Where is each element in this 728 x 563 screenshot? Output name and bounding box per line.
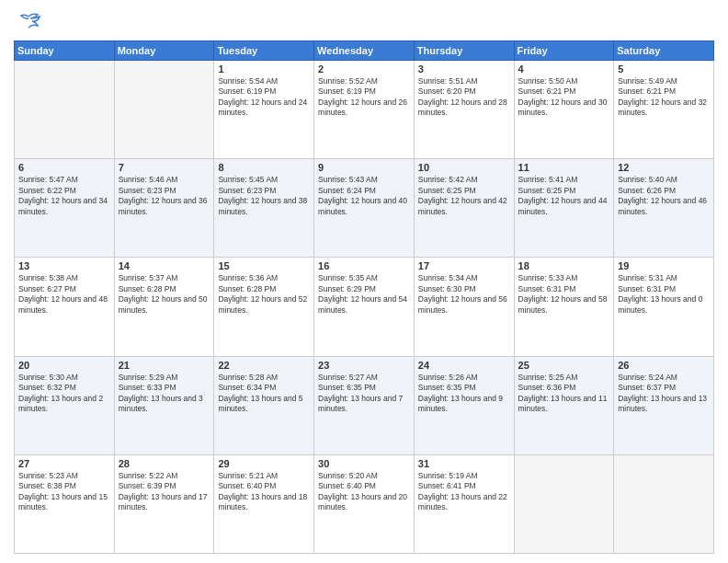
calendar-table: SundayMondayTuesdayWednesdayThursdayFrid… <box>14 40 714 554</box>
day-info: Sunrise: 5:33 AM Sunset: 6:31 PM Dayligh… <box>518 273 610 316</box>
day-info: Sunrise: 5:45 AM Sunset: 6:23 PM Dayligh… <box>218 175 310 217</box>
calendar-cell <box>15 61 115 159</box>
day-number: 22 <box>218 360 310 371</box>
calendar-cell: 12Sunrise: 5:40 AM Sunset: 6:26 PM Dayli… <box>614 159 714 258</box>
calendar-week-4: 20Sunrise: 5:30 AM Sunset: 6:32 PM Dayli… <box>15 356 714 454</box>
day-number: 24 <box>418 360 510 371</box>
day-info: Sunrise: 5:36 AM Sunset: 6:28 PM Dayligh… <box>218 273 310 316</box>
calendar-cell: 19Sunrise: 5:31 AM Sunset: 6:31 PM Dayli… <box>614 258 714 356</box>
day-info: Sunrise: 5:19 AM Sunset: 6:41 PM Dayligh… <box>418 471 510 513</box>
day-number: 1 <box>218 63 310 75</box>
calendar-cell: 11Sunrise: 5:41 AM Sunset: 6:25 PM Dayli… <box>514 159 614 258</box>
calendar-cell: 18Sunrise: 5:33 AM Sunset: 6:31 PM Dayli… <box>514 258 614 356</box>
day-info: Sunrise: 5:26 AM Sunset: 6:35 PM Dayligh… <box>418 373 510 415</box>
calendar-week-2: 6Sunrise: 5:47 AM Sunset: 6:22 PM Daylig… <box>15 159 714 258</box>
calendar-cell: 10Sunrise: 5:42 AM Sunset: 6:25 PM Dayli… <box>414 159 514 258</box>
day-info: Sunrise: 5:43 AM Sunset: 6:24 PM Dayligh… <box>318 175 410 217</box>
day-info: Sunrise: 5:47 AM Sunset: 6:22 PM Dayligh… <box>18 175 110 217</box>
day-number: 5 <box>618 63 710 75</box>
day-info: Sunrise: 5:24 AM Sunset: 6:37 PM Dayligh… <box>618 373 710 415</box>
day-number: 4 <box>518 63 610 75</box>
day-number: 20 <box>18 360 110 371</box>
logo-icon <box>16 9 41 35</box>
day-number: 31 <box>418 458 510 469</box>
day-info: Sunrise: 5:31 AM Sunset: 6:31 PM Dayligh… <box>618 273 710 316</box>
calendar-cell: 30Sunrise: 5:20 AM Sunset: 6:40 PM Dayli… <box>314 454 415 553</box>
day-number: 8 <box>218 162 310 173</box>
day-info: Sunrise: 5:20 AM Sunset: 6:40 PM Dayligh… <box>318 471 410 513</box>
day-number: 30 <box>318 458 410 469</box>
day-info: Sunrise: 5:52 AM Sunset: 6:19 PM Dayligh… <box>318 76 410 119</box>
calendar-cell: 2Sunrise: 5:52 AM Sunset: 6:19 PM Daylig… <box>314 61 415 159</box>
calendar-cell: 4Sunrise: 5:50 AM Sunset: 6:21 PM Daylig… <box>514 61 614 159</box>
day-number: 21 <box>119 360 210 371</box>
weekday-header-row: SundayMondayTuesdayWednesdayThursdayFrid… <box>15 41 714 61</box>
day-number: 7 <box>119 162 210 173</box>
day-number: 6 <box>18 162 110 173</box>
calendar-cell: 25Sunrise: 5:25 AM Sunset: 6:36 PM Dayli… <box>514 356 614 454</box>
day-info: Sunrise: 5:21 AM Sunset: 6:40 PM Dayligh… <box>218 471 310 513</box>
calendar-week-5: 27Sunrise: 5:23 AM Sunset: 6:38 PM Dayli… <box>15 454 714 553</box>
calendar-cell: 21Sunrise: 5:29 AM Sunset: 6:33 PM Dayli… <box>114 356 214 454</box>
calendar-cell: 3Sunrise: 5:51 AM Sunset: 6:20 PM Daylig… <box>414 61 514 159</box>
weekday-header-saturday: Saturday <box>614 41 714 61</box>
page: SundayMondayTuesdayWednesdayThursdayFrid… <box>0 0 728 563</box>
calendar-cell: 22Sunrise: 5:28 AM Sunset: 6:34 PM Dayli… <box>214 356 314 454</box>
calendar-week-3: 13Sunrise: 5:38 AM Sunset: 6:27 PM Dayli… <box>15 258 714 356</box>
day-info: Sunrise: 5:40 AM Sunset: 6:26 PM Dayligh… <box>618 175 710 217</box>
calendar-cell: 27Sunrise: 5:23 AM Sunset: 6:38 PM Dayli… <box>15 454 115 553</box>
calendar-cell: 20Sunrise: 5:30 AM Sunset: 6:32 PM Dayli… <box>15 356 115 454</box>
calendar-cell: 9Sunrise: 5:43 AM Sunset: 6:24 PM Daylig… <box>314 159 415 258</box>
weekday-header-tuesday: Tuesday <box>214 41 314 61</box>
day-number: 17 <box>418 260 510 271</box>
calendar-cell: 15Sunrise: 5:36 AM Sunset: 6:28 PM Dayli… <box>214 258 314 356</box>
weekday-header-thursday: Thursday <box>414 41 514 61</box>
day-info: Sunrise: 5:46 AM Sunset: 6:23 PM Dayligh… <box>119 175 210 217</box>
day-number: 15 <box>218 260 310 271</box>
day-number: 9 <box>318 162 410 173</box>
day-number: 29 <box>218 458 310 469</box>
day-number: 28 <box>119 458 210 469</box>
day-info: Sunrise: 5:30 AM Sunset: 6:32 PM Dayligh… <box>18 373 110 415</box>
calendar-cell: 6Sunrise: 5:47 AM Sunset: 6:22 PM Daylig… <box>15 159 115 258</box>
weekday-header-sunday: Sunday <box>15 41 115 61</box>
day-number: 18 <box>518 260 610 271</box>
day-number: 10 <box>418 162 510 173</box>
day-number: 3 <box>418 63 510 75</box>
calendar-cell: 7Sunrise: 5:46 AM Sunset: 6:23 PM Daylig… <box>114 159 214 258</box>
day-info: Sunrise: 5:28 AM Sunset: 6:34 PM Dayligh… <box>218 373 310 415</box>
calendar-cell: 17Sunrise: 5:34 AM Sunset: 6:30 PM Dayli… <box>414 258 514 356</box>
day-number: 11 <box>518 162 610 173</box>
calendar-cell: 14Sunrise: 5:37 AM Sunset: 6:28 PM Dayli… <box>114 258 214 356</box>
day-info: Sunrise: 5:42 AM Sunset: 6:25 PM Dayligh… <box>418 175 510 217</box>
day-number: 27 <box>18 458 110 469</box>
calendar-cell: 5Sunrise: 5:49 AM Sunset: 6:21 PM Daylig… <box>614 61 714 159</box>
calendar-cell: 29Sunrise: 5:21 AM Sunset: 6:40 PM Dayli… <box>214 454 314 553</box>
day-number: 13 <box>18 260 110 271</box>
day-info: Sunrise: 5:22 AM Sunset: 6:39 PM Dayligh… <box>119 471 210 513</box>
day-info: Sunrise: 5:29 AM Sunset: 6:33 PM Dayligh… <box>119 373 210 415</box>
calendar-cell <box>514 454 614 553</box>
header <box>14 9 714 35</box>
day-number: 25 <box>518 360 610 371</box>
logo <box>14 9 41 35</box>
day-number: 23 <box>318 360 410 371</box>
weekday-header-friday: Friday <box>514 41 614 61</box>
day-info: Sunrise: 5:25 AM Sunset: 6:36 PM Dayligh… <box>518 373 610 415</box>
day-info: Sunrise: 5:27 AM Sunset: 6:35 PM Dayligh… <box>318 373 410 415</box>
weekday-header-monday: Monday <box>114 41 214 61</box>
calendar-cell: 26Sunrise: 5:24 AM Sunset: 6:37 PM Dayli… <box>614 356 714 454</box>
day-info: Sunrise: 5:34 AM Sunset: 6:30 PM Dayligh… <box>418 273 510 316</box>
day-number: 16 <box>318 260 410 271</box>
calendar-cell: 16Sunrise: 5:35 AM Sunset: 6:29 PM Dayli… <box>314 258 415 356</box>
day-number: 12 <box>618 162 710 173</box>
calendar-cell <box>614 454 714 553</box>
calendar-cell <box>114 61 214 159</box>
day-info: Sunrise: 5:49 AM Sunset: 6:21 PM Dayligh… <box>618 76 710 119</box>
day-info: Sunrise: 5:54 AM Sunset: 6:19 PM Dayligh… <box>218 76 310 119</box>
calendar-cell: 13Sunrise: 5:38 AM Sunset: 6:27 PM Dayli… <box>15 258 115 356</box>
calendar-cell: 8Sunrise: 5:45 AM Sunset: 6:23 PM Daylig… <box>214 159 314 258</box>
day-info: Sunrise: 5:37 AM Sunset: 6:28 PM Dayligh… <box>119 273 210 316</box>
day-info: Sunrise: 5:50 AM Sunset: 6:21 PM Dayligh… <box>518 76 610 119</box>
calendar-week-1: 1Sunrise: 5:54 AM Sunset: 6:19 PM Daylig… <box>15 61 714 159</box>
